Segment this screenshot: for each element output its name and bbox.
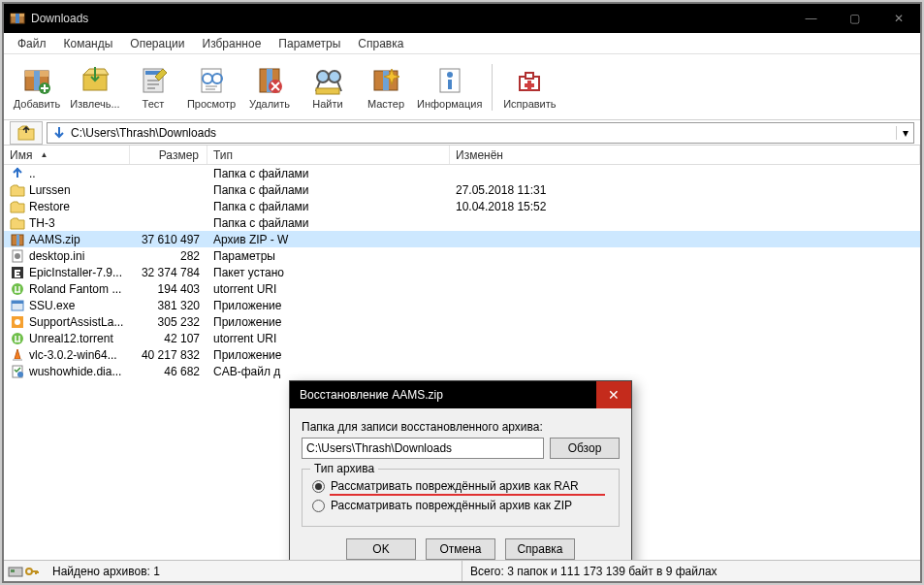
menu-favorites[interactable]: Избранное: [195, 35, 270, 52]
archive-type-group: Тип архива Рассматривать повреждённый ар…: [302, 469, 620, 527]
file-list[interactable]: ..Папка с файламиLurssenПапка с файлами2…: [4, 165, 920, 560]
svg-rect-25: [526, 73, 533, 79]
svg-rect-42: [11, 569, 15, 572]
tool-view[interactable]: Просмотр: [184, 65, 239, 110]
browse-button[interactable]: Обзор: [550, 438, 620, 459]
ok-button[interactable]: OK: [346, 538, 416, 560]
repair-dialog: Восстановление AAMS.zip ✕ Папка для запи…: [289, 380, 632, 560]
svg-point-40: [17, 372, 23, 377]
file-type: utorrent URI: [207, 282, 450, 296]
file-row[interactable]: Unreal12.torrent42 107utorrent URI: [4, 330, 920, 346]
close-button[interactable]: ✕: [876, 4, 920, 33]
file-row[interactable]: AAMS.zip37 610 497Архив ZIP - W: [4, 231, 920, 247]
maximize-button[interactable]: ▢: [833, 4, 876, 33]
file-row[interactable]: vlc-3.0.2-win64...40 217 832Приложение: [4, 346, 920, 363]
col-name[interactable]: Имя▲: [4, 146, 130, 164]
file-size: 32 374 784: [130, 266, 207, 279]
tool-info[interactable]: Информация: [417, 65, 482, 110]
svg-point-36: [15, 319, 20, 325]
help-button[interactable]: Справка: [505, 538, 575, 560]
path-dropdown-icon[interactable]: ▾: [896, 126, 913, 140]
file-type: Пакет устано: [207, 266, 450, 279]
tool-test[interactable]: Тест: [126, 65, 180, 110]
tool-wizard[interactable]: Мастер: [359, 65, 413, 110]
tool-repair[interactable]: Исправить: [502, 65, 557, 110]
tool-delete[interactable]: Удалить: [242, 65, 297, 110]
menu-options[interactable]: Параметры: [271, 35, 348, 52]
path-text: C:\Users\Thrash\Downloads: [71, 126, 896, 140]
file-row[interactable]: wushowhide.dia...46 682CAB-файл д: [4, 363, 920, 379]
file-icon: [10, 281, 25, 297]
app-icon: [10, 11, 25, 26]
delete-icon: [254, 65, 285, 96]
radio-zip-input[interactable]: [312, 500, 325, 512]
menubar: Файл Команды Операции Избранное Параметр…: [4, 33, 920, 54]
tool-extract[interactable]: Извлечь...: [68, 65, 122, 110]
svg-point-16: [317, 71, 329, 82]
file-row[interactable]: TH-3Папка с файлами: [4, 214, 920, 231]
file-row[interactable]: LurssenПапка с файлами27.05.2018 11:31: [4, 181, 920, 198]
red-underline: [330, 494, 605, 496]
menu-commands[interactable]: Команды: [56, 35, 121, 52]
file-row[interactable]: ..Папка с файлами: [4, 165, 920, 181]
file-name: SSU.exe: [29, 299, 75, 312]
file-name: vlc-3.0.2-win64...: [29, 348, 117, 362]
disk-icon: [8, 565, 23, 578]
file-name: AAMS.zip: [29, 233, 80, 246]
file-name: wushowhide.dia...: [29, 365, 121, 378]
file-modified: 27.05.2018 11:31: [450, 183, 920, 197]
pathbar: C:\Users\Thrash\Downloads ▾: [4, 120, 920, 146]
file-row[interactable]: SSU.exe381 320Приложение: [4, 297, 920, 313]
file-row[interactable]: desktop.ini282Параметры: [4, 247, 920, 264]
status-icons: [8, 565, 39, 578]
file-name: SupportAssistLa...: [29, 315, 123, 329]
svg-point-30: [15, 253, 20, 259]
group-legend: Тип архива: [310, 462, 378, 475]
key-icon: [25, 565, 39, 578]
extract-icon: [80, 65, 111, 96]
file-type: Приложение: [207, 348, 450, 362]
path-combo[interactable]: C:\Users\Thrash\Downloads ▾: [47, 122, 914, 144]
file-size: 282: [130, 249, 207, 263]
minimize-button[interactable]: —: [789, 4, 833, 33]
file-row[interactable]: RestoreПапка с файлами10.04.2018 15:52: [4, 198, 920, 214]
down-arrow-blue-icon: [51, 125, 67, 141]
col-type[interactable]: Тип: [207, 146, 450, 164]
tool-find[interactable]: Найти: [301, 65, 355, 110]
statusbar: Найдено архивов: 1 Всего: 3 папок и 111 …: [4, 560, 920, 581]
folder-input[interactable]: [302, 438, 544, 459]
radio-rar-input[interactable]: [312, 480, 325, 493]
svg-rect-18: [316, 88, 339, 94]
repair-icon: [514, 65, 545, 96]
file-type: Приложение: [207, 315, 450, 329]
find-icon: [312, 65, 343, 96]
up-button[interactable]: [10, 121, 43, 145]
file-row[interactable]: EpicInstaller-7.9...32 374 784Пакет уста…: [4, 264, 920, 280]
toolbar: Добавить Извлечь... Тест Просмотр Удалит…: [4, 54, 920, 120]
svg-rect-2: [16, 14, 19, 23]
file-size: 194 403: [130, 282, 207, 296]
col-size[interactable]: Размер: [130, 146, 207, 164]
folder-up-icon: [17, 124, 35, 142]
menu-operations[interactable]: Операции: [122, 35, 192, 52]
file-icon: [10, 199, 25, 214]
col-modified[interactable]: Изменён: [450, 146, 920, 164]
svg-rect-20: [383, 71, 389, 90]
info-icon: [434, 65, 465, 96]
radio-zip[interactable]: Рассматривать повреждённый архив как ZIP: [312, 499, 609, 512]
dialog-titlebar[interactable]: Восстановление AAMS.zip ✕: [290, 381, 631, 408]
file-icon: [10, 364, 25, 379]
file-row[interactable]: Roland Fantom ...194 403utorrent URI: [4, 280, 920, 297]
radio-rar[interactable]: Рассматривать повреждённый архив как RAR: [312, 479, 609, 493]
file-name: EpicInstaller-7.9...: [29, 266, 122, 279]
file-type: Папка с файлами: [207, 200, 450, 213]
file-row[interactable]: SupportAssistLa...305 232Приложение: [4, 313, 920, 330]
dialog-close-button[interactable]: ✕: [596, 381, 631, 408]
cancel-button[interactable]: Отмена: [426, 538, 495, 560]
menu-file[interactable]: Файл: [10, 35, 54, 52]
archive-add-icon: [21, 65, 52, 96]
tool-add[interactable]: Добавить: [10, 65, 64, 110]
folder-label: Папка для записи восстановленного архива…: [302, 420, 620, 434]
window-title: Downloads: [31, 12, 789, 25]
menu-help[interactable]: Справка: [350, 35, 411, 52]
